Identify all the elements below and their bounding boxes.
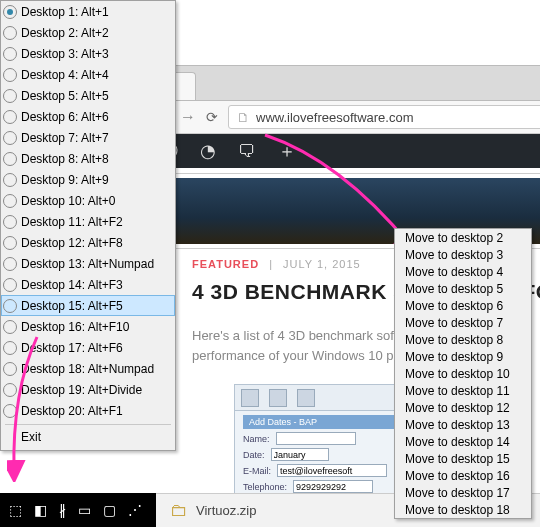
radio-icon [3,299,17,313]
download-filename[interactable]: Virtuoz.zip [196,503,256,518]
bluetooth-icon[interactable]: ∦ [56,502,69,518]
move-to-desktop-item[interactable]: Move to desktop 11 [395,382,531,399]
move-to-desktop-item[interactable]: Move to desktop 4 [395,263,531,280]
move-to-desktop-item[interactable]: Move to desktop 13 [395,416,531,433]
menu-item-label: Desktop 4: Alt+4 [21,68,109,82]
radio-icon [3,5,17,19]
forward-icon[interactable]: → [180,108,196,126]
folder-icon: 🗀 [170,500,188,521]
menu-item-label: Desktop 11: Alt+F2 [21,215,123,229]
desktop-menu-item[interactable]: Desktop 2: Alt+2 [1,22,175,43]
inset-input [271,448,329,461]
menu-item-label: Desktop 3: Alt+3 [21,47,109,61]
move-to-desktop-item[interactable]: Move to desktop 12 [395,399,531,416]
reload-icon[interactable]: ⟳ [206,109,218,125]
radio-icon [3,257,17,271]
move-to-desktop-item[interactable]: Move to desktop 9 [395,348,531,365]
desktop-menu-item[interactable]: Desktop 14: Alt+F3 [1,274,175,295]
desktop-menu-item[interactable]: Desktop 4: Alt+4 [1,64,175,85]
inset-tool-icon [269,389,287,407]
menu-item-label: Desktop 8: Alt+8 [21,152,109,166]
menu-item-label: Desktop 2: Alt+2 [21,26,109,40]
menu-item-label: Desktop 9: Alt+9 [21,173,109,187]
menu-item-label: Desktop 12: Alt+F8 [21,236,123,250]
desktop-menu-item[interactable]: Desktop 1: Alt+1 [1,1,175,22]
annotation-arrow-icon [7,332,47,482]
radio-icon [3,215,17,229]
menu-item-label: Desktop 14: Alt+F3 [21,278,123,292]
radio-icon [3,68,17,82]
move-to-desktop-item[interactable]: Move to desktop 18 [395,501,531,518]
menu-item-label: Desktop 7: Alt+7 [21,131,109,145]
inset-input [277,464,387,477]
radio-icon [3,26,17,40]
radio-icon [3,47,17,61]
comment-icon[interactable]: 🗨 [238,141,256,162]
dashboard-icon[interactable]: ◔ [200,140,216,162]
inset-tool-icon [241,389,259,407]
move-to-desktop-item[interactable]: Move to desktop 2 [395,229,531,246]
radio-icon [3,152,17,166]
desktop-menu-item[interactable]: Desktop 12: Alt+F8 [1,232,175,253]
desktop-menu-item[interactable]: Desktop 5: Alt+5 [1,85,175,106]
url-text: www.ilovefreesoftware.com [256,110,414,125]
inset-label: E-Mail: [243,466,271,476]
desktop-menu-item[interactable]: Desktop 3: Alt+3 [1,43,175,64]
radio-icon [3,110,17,124]
menu-item-label: Desktop 13: Alt+Numpad [21,257,154,271]
menu-item-label: Desktop 1: Alt+1 [21,5,109,19]
screen-icon[interactable]: ▢ [100,502,119,518]
move-to-desktop-item[interactable]: Move to desktop 6 [395,297,531,314]
menu-item-label: Desktop 6: Alt+6 [21,110,109,124]
radio-icon [3,194,17,208]
virtuoz-tray-icon[interactable]: ⬚ [6,502,25,518]
nav-bar: ← → ⟳ 🗋 www.ilovefreesoftware.com [144,100,540,134]
inset-tool-icon [297,389,315,407]
url-input[interactable]: 🗋 www.ilovefreesoftware.com [228,105,540,129]
tab-bar [144,66,540,100]
move-to-desktop-item[interactable]: Move to desktop 3 [395,246,531,263]
radio-icon [3,236,17,250]
category-label[interactable]: FEATURED [192,258,259,270]
page-icon: 🗋 [237,110,250,125]
tray-icon[interactable]: ◧ [31,502,50,518]
move-to-desktop-item[interactable]: Move to desktop 14 [395,433,531,450]
inset-label: Date: [243,450,265,460]
wifi-icon[interactable]: ⋰ [125,502,145,518]
move-to-desktop-item[interactable]: Move to desktop 17 [395,484,531,501]
radio-icon [3,173,17,187]
inset-label: Name: [243,434,270,444]
radio-icon [3,278,17,292]
system-tray: ⬚ ◧ ∦ ▭ ▢ ⋰ [0,502,145,518]
desktop-menu-item[interactable]: Desktop 13: Alt+Numpad [1,253,175,274]
move-to-desktop-menu: Move to desktop 2Move to desktop 3Move t… [394,228,532,519]
menu-item-label: Desktop 10: Alt+0 [21,194,115,208]
move-to-desktop-item[interactable]: Move to desktop 7 [395,314,531,331]
battery-icon[interactable]: ▭ [75,502,94,518]
desktop-menu-item[interactable]: Desktop 11: Alt+F2 [1,211,175,232]
inset-input [276,432,356,445]
desktop-menu-item[interactable]: Desktop 8: Alt+8 [1,148,175,169]
radio-icon [3,131,17,145]
desktop-menu-item[interactable]: Desktop 10: Alt+0 [1,190,175,211]
desktop-menu-item[interactable]: Desktop 9: Alt+9 [1,169,175,190]
radio-icon [3,89,17,103]
move-to-desktop-item[interactable]: Move to desktop 15 [395,450,531,467]
move-to-desktop-item[interactable]: Move to desktop 5 [395,280,531,297]
desktop-menu-item[interactable]: Desktop 7: Alt+7 [1,127,175,148]
inset-label: Telephone: [243,482,287,492]
inset-input [293,480,373,493]
move-to-desktop-item[interactable]: Move to desktop 8 [395,331,531,348]
menu-item-label: Desktop 5: Alt+5 [21,89,109,103]
desktop-menu-item[interactable]: Desktop 6: Alt+6 [1,106,175,127]
menu-item-label: Desktop 15: Alt+F5 [21,299,123,313]
move-to-desktop-item[interactable]: Move to desktop 10 [395,365,531,382]
desktop-menu-item[interactable]: Desktop 15: Alt+F5 [1,295,175,316]
move-to-desktop-item[interactable]: Move to desktop 16 [395,467,531,484]
